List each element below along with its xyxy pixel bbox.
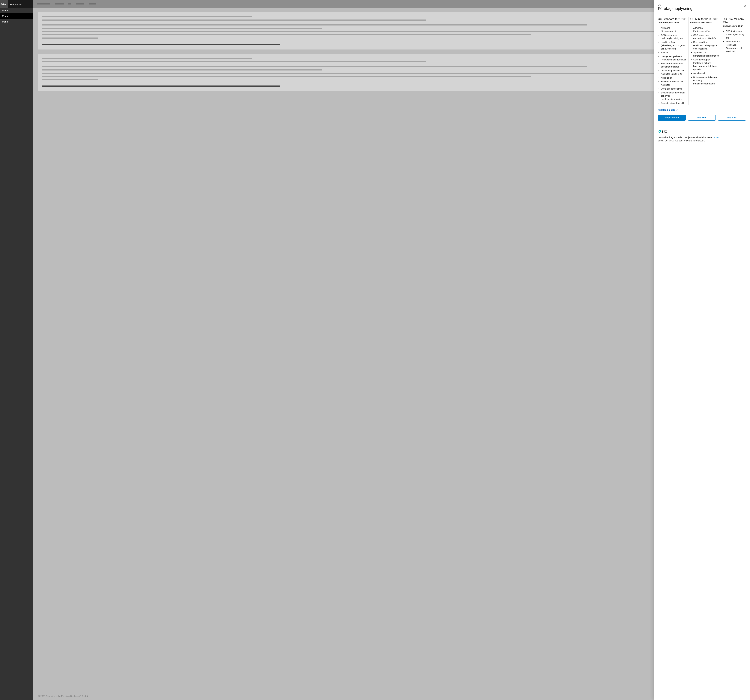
- plan-risk: UC Risk för bara 39kr Ordinarie pris 65k…: [721, 17, 746, 105]
- svg-point-4: [659, 130, 660, 132]
- feature-item: Sammandrag av företagets och ev. koncern…: [693, 58, 719, 71]
- feature-item: Delägare-/styrelse- och firmateckningsin…: [661, 55, 687, 61]
- plan-features: Allmänna företagsuppgifterOBS-texter som…: [658, 26, 687, 105]
- uc-logo: UC: [658, 130, 746, 134]
- plan-subprice: Ordinarie pris 199kr: [658, 21, 687, 24]
- close-button[interactable]: ✕: [744, 4, 746, 8]
- panel-eyebrow: UC: [658, 4, 746, 6]
- feature-item: Ev koncernbokslut och nyckeltal: [661, 80, 687, 86]
- plan-title: UC Risk för bara 39kr: [723, 17, 746, 24]
- sidebar-item-0[interactable]: Menu: [0, 8, 33, 13]
- feature-item: Aktiekapital: [693, 72, 719, 75]
- full-list-link[interactable]: Fullständig lista: [658, 109, 678, 111]
- svg-line-2: [677, 109, 678, 110]
- sidebar: SEB Wireframes Menu Menu Menu: [0, 0, 33, 700]
- main-content: © 2021 Skandinaviska Enskilda Banken AB …: [33, 0, 750, 700]
- plan-features: Allmänna företagsuppgifterOBS-texter som…: [690, 26, 719, 85]
- close-icon: ✕: [744, 4, 746, 8]
- topbar: [33, 0, 750, 8]
- plan-subprice: Ordinarie pris 65kr: [723, 25, 746, 27]
- select-risk-button[interactable]: Välj Risk: [718, 115, 746, 121]
- uc-logo-text: UC: [662, 130, 667, 134]
- plan-mini: UC Mini för bara 99kr Ordinarie pris 150…: [689, 17, 721, 105]
- brand-title: Wireframes: [8, 0, 33, 8]
- feature-item: Senaste frågor hos UC: [661, 101, 687, 105]
- feature-item: Kreditomdöme (Riskklass, Riskprognos och…: [693, 40, 719, 50]
- feature-item: Fullständigt bokslut och nyckeltal, upp …: [661, 69, 687, 75]
- full-list-label: Fullständig lista: [658, 109, 675, 111]
- pin-icon: [658, 130, 661, 134]
- feature-item: Allmänna företagsuppgifter: [693, 26, 719, 33]
- panel-header: UC Företagsupplysning ✕: [654, 0, 750, 14]
- cta-row: Välj Standard Välj Mini Välj Risk: [658, 115, 746, 121]
- feature-item: Kreditomdöme (Riskklass, Riskprognos och…: [726, 40, 746, 53]
- feature-item: OBS-texter som understryker viktig info: [661, 34, 687, 40]
- brand-logo: SEB: [0, 0, 8, 8]
- uc-ab-link[interactable]: UC AB: [713, 136, 719, 138]
- feature-item: Övrig ekonomisk info: [661, 87, 687, 91]
- feature-item: Betalningsanmärkningar och övrig betalni…: [661, 91, 687, 101]
- sidebar-item-1[interactable]: Menu: [0, 13, 33, 19]
- footer-text: © 2021 Skandinaviska Enskilda Banken AB …: [33, 692, 750, 700]
- feature-item: Allmänna företagsuppgifter: [661, 26, 687, 33]
- select-standard-button[interactable]: Välj Standard: [658, 115, 685, 121]
- feature-item: Koncernrelationer och besläktade företag: [661, 62, 687, 69]
- plan-subprice: Ordinarie pris 150kr: [690, 21, 719, 24]
- plan-title: UC Mini för bara 99kr: [690, 17, 719, 21]
- feature-item: Historik: [661, 51, 687, 54]
- feature-item: Kreditomdöme (Riskklass, Riskprognos och…: [661, 40, 687, 50]
- feature-item: Styrelse- och firmateckningsinformation: [693, 51, 719, 57]
- brand-row: SEB Wireframes: [0, 0, 33, 8]
- card[interactable]: [38, 12, 745, 49]
- sidebar-item-2[interactable]: Menu: [0, 19, 33, 25]
- feature-item: OBS-texter som understryker viktig info: [693, 34, 719, 40]
- slideover-panel: UC Företagsupplysning ✕ UC Standard för …: [654, 0, 750, 700]
- panel-title: Företagsupplysning: [658, 6, 746, 11]
- feature-item: Aktiekapital: [661, 76, 687, 80]
- plan-standard: UC Standard för 159kr Ordinarie pris 199…: [658, 17, 689, 105]
- card[interactable]: [38, 54, 745, 91]
- plan-title: UC Standard för 159kr: [658, 17, 687, 21]
- external-link-icon: [676, 109, 678, 111]
- plan-features: OBS-texter som understryker viktig infoK…: [723, 29, 746, 53]
- plans-row: UC Standard för 159kr Ordinarie pris 199…: [658, 17, 746, 105]
- select-mini-button[interactable]: Välj Mini: [688, 115, 716, 121]
- contact-text: Om du har frågor om den här tjänsten ska…: [658, 136, 721, 143]
- feature-item: Betalningsanmärkningar och övrig betalni…: [693, 75, 719, 85]
- feature-item: OBS-texter som understryker viktig info: [726, 29, 746, 39]
